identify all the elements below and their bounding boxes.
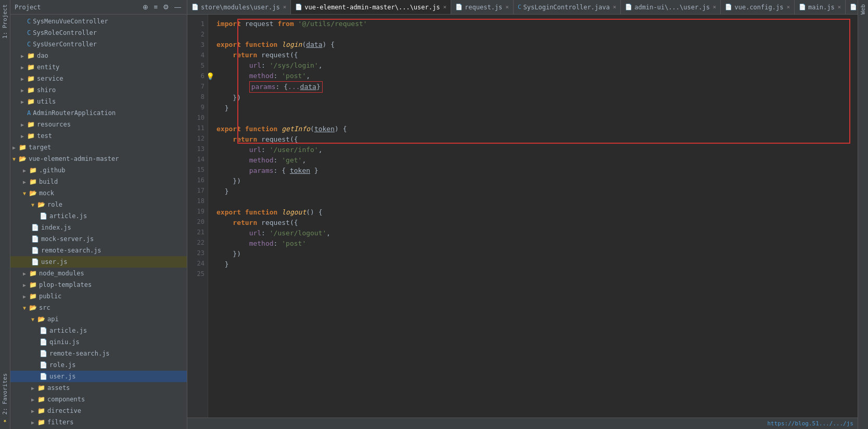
folder-icon: 📁 — [27, 86, 35, 94]
tree-label: target — [29, 144, 51, 151]
tree-item-github[interactable]: ▶ 📁 .github — [10, 165, 187, 176]
tree-item-build[interactable]: ▶ 📁 build — [10, 176, 187, 187]
tree-label: node_modules — [39, 270, 84, 277]
tab-label: admin-ui\...\user.js — [634, 4, 710, 11]
tree-item-adminrouterapplication[interactable]: A AdminRouterApplication — [10, 107, 187, 119]
tree-item-mock-article[interactable]: 📄 article.js — [10, 210, 187, 222]
tree-item-utils[interactable]: ▶ 📁 utils — [10, 96, 187, 107]
tree-item-sysmenucontroller[interactable]: C SysMenuVueController — [10, 16, 187, 27]
folder-icon: 📁 — [37, 419, 45, 426]
tab-close-icon[interactable]: × — [505, 4, 509, 10]
tab-env-icon: 📄 — [850, 4, 857, 10]
tab-syslogincontroller[interactable]: C SysLoginController.java × — [514, 0, 621, 15]
tree-item-filters[interactable]: ▶ 📁 filters — [10, 417, 187, 428]
folder-icon: 📁 — [19, 144, 27, 151]
tab-js-icon: 📄 — [192, 4, 199, 10]
code-line-19: export function logout() { — [216, 207, 849, 218]
tab-close-icon[interactable]: × — [713, 4, 717, 10]
tree-item-directive[interactable]: ▶ 📁 directive — [10, 405, 187, 417]
tree-item-api-qiniu[interactable]: 📄 qiniu.js — [10, 336, 187, 348]
js-file-icon: 📄 — [31, 224, 39, 231]
tree-item-assets[interactable]: ▶ 📁 assets — [10, 382, 187, 394]
tree-item-sysrolecontroller[interactable]: C SysRoleController — [10, 27, 187, 39]
tree-item-sysusercontroller[interactable]: C SysUserController — [10, 39, 187, 50]
tree-item-vue-element-admin[interactable]: ▼ 📂 vue-element-admin-master — [10, 153, 187, 165]
tab-close-icon[interactable]: × — [838, 4, 841, 10]
code-line-4: return request({ — [216, 50, 849, 60]
folder-icon: 📁 — [27, 98, 35, 105]
tab-close-icon[interactable]: × — [786, 4, 790, 10]
tree-item-node-modules[interactable]: ▶ 📁 node_modules — [10, 268, 187, 279]
tree-item-resources[interactable]: ▶ 📁 resources — [10, 119, 187, 130]
project-panel-label[interactable]: 1: Project — [0, 0, 10, 43]
web-panel: Web — [858, 0, 868, 429]
java-file-icon: C — [27, 18, 31, 25]
tree-item-api-role[interactable]: 📄 role.js — [10, 359, 187, 371]
tree-label: SysMenuVueController — [33, 18, 108, 25]
tree-item-api[interactable]: ▼ 📂 api — [10, 313, 187, 325]
folder-icon: 📁 — [37, 396, 45, 403]
tree-item-mock-remote-search[interactable]: 📄 remote-search.js — [10, 245, 187, 256]
tree-item-mock-user[interactable]: 📄 user.js — [10, 256, 187, 268]
tree-item-service[interactable]: ▶ 📁 service — [10, 73, 187, 84]
tab-vue-config[interactable]: 📄 vue.config.js × — [721, 0, 795, 15]
tree-item-shiro[interactable]: ▶ 📁 shiro — [10, 84, 187, 96]
tree-item-entity[interactable]: ▶ 📁 entity — [10, 61, 187, 73]
tree-item-mock-server[interactable]: 📄 mock-server.js — [10, 233, 187, 245]
folder-open-icon: 📂 — [29, 190, 37, 197]
tab-admin-ui-user[interactable]: 📄 admin-ui\...\user.js × — [621, 0, 721, 15]
tree-item-mock-index[interactable]: 📄 index.js — [10, 222, 187, 233]
tree-item-api-remote-search[interactable]: 📄 remote-search.js — [10, 348, 187, 359]
js-file-icon: 📄 — [40, 338, 47, 346]
tab-label: vue-element-admin-master\...\user.js — [304, 4, 440, 11]
code-line-16: }) — [216, 176, 849, 186]
folder-icon: 📁 — [27, 52, 35, 59]
tree-item-test[interactable]: ▶ 📁 test — [10, 130, 187, 142]
tab-store-user[interactable]: 📄 store\modules\user.js × — [187, 0, 291, 15]
tab-vue-element-user[interactable]: 📄 vue-element-admin-master\...\user.js × — [291, 0, 451, 15]
code-line-14: method: 'get', — [216, 155, 849, 166]
folder-icon: 📁 — [27, 132, 35, 140]
folder-icon: 📁 — [27, 64, 35, 71]
tree-item-target[interactable]: ▶ 📁 target — [10, 142, 187, 153]
code-area[interactable]: import request from '@/utils/request' ex… — [208, 15, 858, 418]
tab-label: store\modules\user.js — [201, 4, 280, 11]
tab-main[interactable]: 📄 main.js × — [795, 0, 846, 15]
tree-label: utils — [37, 98, 56, 105]
tree-item-role[interactable]: ▼ 📂 role — [10, 199, 187, 210]
tab-close-icon[interactable]: × — [443, 4, 446, 10]
tree-item-mock[interactable]: ▼ 📂 mock — [10, 187, 187, 199]
tab-close-icon[interactable]: × — [613, 4, 617, 10]
sidebar-settings-btn[interactable]: ⚙ — [161, 3, 171, 11]
favorites-panel-label[interactable]: ★ 2: Favorites — [0, 369, 10, 429]
tab-env-dev[interactable]: 📄 .env.development × — [846, 0, 858, 15]
tree-label: shiro — [37, 86, 56, 94]
tree-item-src[interactable]: ▼ 📂 src — [10, 302, 187, 313]
sidebar-sync-btn[interactable]: ⊕ — [141, 3, 150, 11]
tree-item-plop-templates[interactable]: ▶ 📁 plop-templates — [10, 279, 187, 291]
tree-item-components[interactable]: ▶ 📁 components — [10, 394, 187, 405]
code-text: import request from '@/utils/request' — [216, 19, 367, 29]
folder-icon: 📁 — [29, 270, 37, 277]
sidebar-title: Project — [15, 4, 141, 11]
web-panel-label[interactable]: Web — [858, 0, 868, 19]
tree-label: qiniu.js — [49, 338, 80, 346]
tree-label: .github — [39, 167, 66, 174]
tab-close-icon[interactable]: × — [283, 4, 287, 10]
tab-request[interactable]: 📄 request.js × — [451, 0, 514, 15]
sidebar-layout-btn[interactable]: ≡ — [152, 3, 159, 11]
code-line-18 — [216, 197, 849, 207]
tree-label: mock-server.js — [41, 235, 94, 243]
tree-item-dao[interactable]: ▶ 📁 dao — [10, 50, 187, 61]
tree-item-api-user[interactable]: 📄 user.js — [10, 371, 187, 382]
js-file-icon: 📄 — [31, 258, 39, 266]
tree-item-api-article[interactable]: 📄 article.js — [10, 325, 187, 336]
tab-js-icon: 📄 — [455, 4, 463, 10]
tree-label: role — [47, 201, 62, 208]
tree-label: src — [39, 304, 50, 311]
sidebar-minimize-btn[interactable]: — — [173, 3, 183, 11]
tree-label: SysRoleController — [33, 29, 97, 36]
tree-item-public[interactable]: ▶ 📁 public — [10, 291, 187, 302]
tree-label: mock — [39, 190, 54, 197]
code-line-9: } — [216, 103, 849, 113]
